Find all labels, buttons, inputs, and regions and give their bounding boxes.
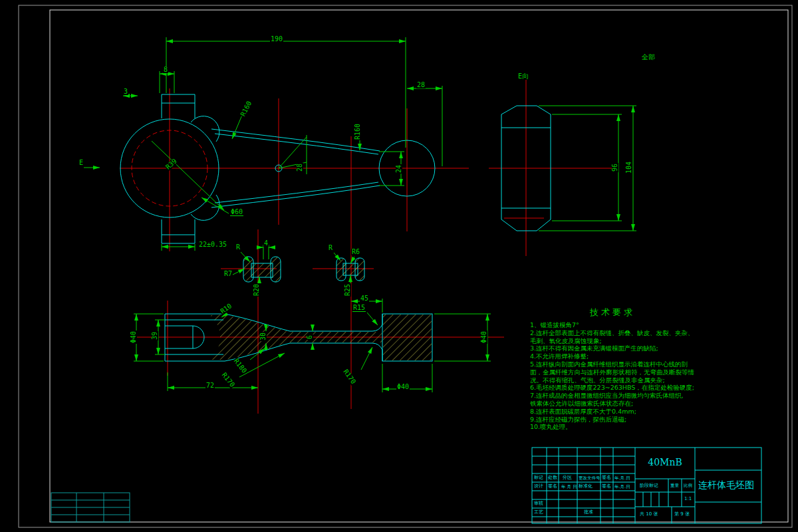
tb-scale: 比例	[684, 483, 692, 488]
radius-shank-bottom-r160: R160	[354, 123, 361, 140]
tech-line: 7.连杆成品的金相显微组织应当为细微均匀索氏体组织,	[530, 392, 714, 400]
dim-boss-8: 8	[163, 66, 168, 73]
e-view-label: E向	[517, 73, 529, 80]
tech-line: 10.喷丸处理。	[530, 423, 714, 431]
dim-bar-dia-bottom-d40: Φ40	[396, 384, 410, 390]
dim-across-flats-96: 96	[612, 163, 618, 172]
tb-process: 工艺	[534, 510, 543, 515]
tech-line: 4.不允许用焊补修整;	[530, 352, 714, 360]
section-left-web-4: 4	[263, 240, 269, 247]
section-left-radius-r20: R20	[253, 283, 260, 297]
dim-boss-step: 3	[123, 88, 128, 95]
tb-stage-mark: 阶段标记	[640, 483, 658, 488]
dim-shank-height-30: 30	[260, 332, 267, 341]
dim-total-104: 104	[626, 161, 632, 174]
tb-design: 设计	[534, 484, 543, 489]
dim-bar-dia-left-d40: Φ40	[130, 331, 137, 344]
corner-block-grid	[51, 493, 130, 522]
dim-small-width-24: 24	[396, 164, 402, 174]
tb-mark: 标记	[534, 475, 543, 480]
dim-bar-dia-right-d40: Φ40	[481, 331, 487, 344]
dim-boss-width-22: 22±0.35	[198, 241, 227, 248]
tb-material: 40MnB	[635, 458, 695, 467]
tech-line: 6.毛坯经调质处理硬度223~263HBS，在指定处检验硬度;	[530, 384, 714, 392]
tech-line: 3.连杆不得有因金属未充满锻模面产生的缺陷;	[530, 344, 714, 352]
section-left-radius-r7: R7	[223, 271, 233, 277]
tb-sheet-total: 共 10 张	[640, 512, 658, 517]
dim-shank-taper-28: 28	[297, 163, 303, 172]
tech-line: 2.连杆全部表面上不得有裂缝、折叠、缺皮、发裂、夹杂、	[530, 329, 714, 337]
tb-date2: 年 月 日	[561, 485, 577, 489]
dim-fork-39: 39	[152, 331, 158, 340]
tb-sign: 签名	[602, 475, 611, 480]
technical-requirements: 技术要求 1、锻造拔模角7° 2.连杆全部表面上不得有裂缝、折叠、缺皮、发裂、夹…	[530, 307, 714, 431]
dim-shank-height-6: 6	[307, 334, 313, 340]
tb-approve: 批准	[584, 510, 593, 515]
tech-line: 面，金属纤维方向与连杆外廓形状相符，无弯曲及断裂等情	[530, 368, 714, 376]
tb-date3: 年.月.日	[614, 485, 630, 489]
dim-offset-45: 45	[360, 295, 369, 302]
tech-line: 铁素体公允许以细微索氏体状态存在;	[530, 400, 714, 408]
tech-line: 毛刺、氧化皮及腐蚀现象;	[530, 337, 714, 345]
tech-title: 技术要求	[530, 307, 714, 319]
radius-fillet-r15: R15	[352, 305, 366, 312]
surface-note: 全部	[641, 54, 656, 61]
dim-bore-d60: Φ60	[230, 209, 243, 216]
tb-scale-value: 1:1	[684, 497, 692, 501]
cad-drawing-sheet[interactable]: 190 8 3 28 22±0.35 24 28 R39 R160 R160 Φ…	[0, 0, 798, 532]
tb-audit: 审核	[534, 501, 543, 506]
section-right-radius-r6: R6	[351, 249, 360, 255]
dim-small-offset-28: 28	[416, 82, 426, 88]
tech-line: 9.连杆应经磁力探伤，探伤后退磁;	[530, 416, 714, 424]
tech-line: 5.连杆纵向剖面内金属纤维组织显示沿着连杆中心线的剖	[530, 360, 714, 368]
tb-sheet-number: 第 9 张	[674, 512, 690, 517]
dim-length-190: 190	[270, 36, 283, 43]
tb-sign2: 签名	[548, 484, 557, 489]
tb-count: 处数	[548, 475, 557, 480]
tb-change-doc: 更改文件号	[579, 476, 600, 481]
tb-sign3: 签名	[602, 484, 611, 489]
tech-line: 8.连杆表面脱碳层厚度不大于0.4mm;	[530, 408, 714, 416]
tech-line: 1、锻造拔模角7°	[530, 321, 714, 329]
section-right-radius-r25: R25	[344, 283, 351, 297]
tb-date: 年.月.日	[614, 476, 630, 481]
section-right-radius-r: R	[328, 245, 333, 251]
tb-drawing-title: 连杆体毛坯图	[698, 480, 754, 489]
tech-line: 况。不得有缩孔、气泡、分层裂缝及非金属夹杂;	[530, 376, 714, 384]
tb-zone: 分区	[563, 475, 572, 480]
section-left-radius-r: R	[235, 244, 241, 251]
dim-span-72: 72	[205, 382, 215, 389]
view-arrow-e: E	[78, 160, 84, 166]
tb-standardize: 标准化	[579, 484, 593, 489]
drawing-linework	[0, 0, 798, 532]
tb-weight: 重量	[670, 483, 679, 488]
